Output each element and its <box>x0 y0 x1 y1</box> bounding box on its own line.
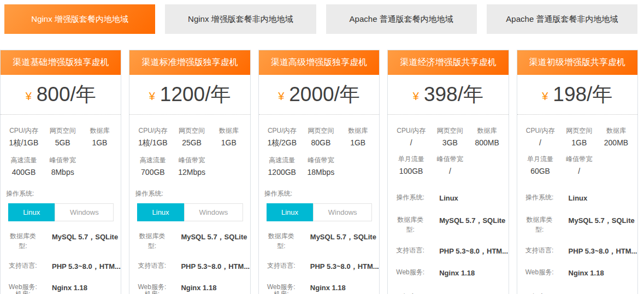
tab-apache-standard-non-mainland[interactable]: Apache 普通版套餐非内地地域 <box>487 4 637 34</box>
row-label: 机房: <box>517 292 562 294</box>
plan-price: ¥ 398 /年 <box>388 75 508 115</box>
plan-card-entry: 渠道初级增强版共享虚机 ¥ 198 /年 CPU/内存 网页空间 数据库 / 1… <box>517 50 638 294</box>
row-value <box>174 289 250 290</box>
plan-card-standard: 渠道标准增强版独享虚机 ¥ 1200 /年 CPU/内存 网页空间 数据库 1核… <box>129 50 250 294</box>
spec-value: 1核/2GB <box>262 137 302 154</box>
currency-symbol: ¥ <box>278 87 284 103</box>
row-label: 机房: <box>259 289 304 294</box>
spec-label: CPU/内存 <box>521 125 560 137</box>
spec-value: 8Mbps <box>44 167 81 183</box>
linux-button[interactable]: Linux <box>267 203 313 221</box>
row-value <box>562 292 637 292</box>
windows-button[interactable]: Windows <box>313 203 372 221</box>
row-label: 支持语言: <box>388 245 433 255</box>
language-row: 支持语言: PHP 5.3~8.0，HTM... <box>517 245 637 257</box>
row-value: Linux <box>562 192 637 204</box>
plan-title: 渠道标准增强版独享虚机 <box>129 50 250 75</box>
os-label: 操作系统: <box>6 189 121 198</box>
spec-value: 1核/1GB <box>4 137 44 154</box>
tab-nginx-enhanced-non-mainland[interactable]: Nginx 增强版套餐非内地地域 <box>165 4 316 34</box>
os-toggle: Linux Windows <box>8 203 114 221</box>
spec-label: 单月流量 <box>521 153 560 166</box>
spec-value: 700GB <box>133 167 173 183</box>
row-label: 机房: <box>1 289 45 294</box>
row-value: MySQL 5.7，SQLite <box>304 231 379 243</box>
spec-value: 25GB <box>173 137 210 154</box>
row-value: MySQL 5.7，SQLite <box>45 231 121 243</box>
row-label: 操作系统: <box>388 192 433 202</box>
plan-price: ¥ 1200 /年 <box>129 75 250 115</box>
price-amount: 800 <box>37 83 70 106</box>
row-value: MySQL 5.7，SQLite <box>562 215 637 226</box>
spec-value: 1GB <box>81 137 117 154</box>
spec-value: 1GB <box>211 137 247 154</box>
datacenter-row: 机房: <box>388 292 508 294</box>
row-value: Nginx 1.18 <box>174 282 250 293</box>
spec-label: 高速流量 <box>133 154 173 167</box>
row-value <box>304 289 379 290</box>
spec-value: 80GB <box>302 137 340 154</box>
spec-label: 单月流量 <box>391 153 431 166</box>
row-label: 机房: <box>388 292 433 294</box>
os-row: 操作系统: Linux <box>388 192 508 204</box>
row-label: 数据库类 型: <box>259 231 304 251</box>
os-label: 操作系统: <box>264 189 379 198</box>
row-value <box>433 292 508 292</box>
spec-label: 数据库 <box>211 125 247 137</box>
os-toggle: Linux Windows <box>137 203 243 221</box>
price-amount: 1200 <box>160 83 205 106</box>
language-row: 支持语言: PHP 5.3~8.0，HTM... <box>259 261 379 272</box>
row-label: 支持语言: <box>517 245 562 255</box>
spec-value: / <box>521 137 560 153</box>
spec-label-empty <box>211 154 247 167</box>
plan-details: 操作系统: Linux Windows 数据库类 型: MySQL 5.7，SQ… <box>1 189 121 294</box>
spec-label: 数据库 <box>469 125 505 137</box>
price-amount: 2000 <box>289 83 334 106</box>
spec-value-empty <box>469 166 505 181</box>
spec-label: 高速流量 <box>4 154 44 167</box>
linux-button[interactable]: Linux <box>8 203 55 221</box>
row-value: MySQL 5.7，SQLite <box>433 215 508 226</box>
spec-grid: CPU/内存 网页空间 数据库 1核/1GB 5GB 1GB 高速流量 峰值带宽… <box>1 115 121 184</box>
plan-cards: 渠道基础增强版独享虚机 ¥ 800 /年 CPU/内存 网页空间 数据库 1核/… <box>0 50 638 294</box>
spec-grid: CPU/内存 网页空间 数据库 1核/1GB 25GB 1GB 高速流量 峰值带… <box>129 115 250 184</box>
spec-value: 5GB <box>44 137 81 154</box>
row-label: 数据库类 型: <box>1 231 45 251</box>
row-label: 支持语言: <box>1 261 45 271</box>
spec-label-empty <box>598 153 634 166</box>
spec-value-empty <box>211 167 247 183</box>
price-unit: /年 <box>334 81 360 108</box>
price-amount: 398 <box>424 83 458 106</box>
spec-label: 网页空间 <box>173 125 210 137</box>
spec-label: 峰值带宽 <box>44 154 81 167</box>
spec-label: 网页空间 <box>431 125 469 137</box>
plan-price: ¥ 800 /年 <box>1 75 121 115</box>
currency-symbol: ¥ <box>26 87 32 103</box>
spec-value: 200MB <box>598 137 634 153</box>
os-toggle: Linux Windows <box>267 203 372 221</box>
os-row: 操作系统: Linux <box>517 192 637 204</box>
spec-label-empty <box>469 153 505 166</box>
spec-label: CPU/内存 <box>4 125 44 137</box>
row-value: MySQL 5.7，SQLite <box>174 231 250 243</box>
plan-card-basic: 渠道基础增强版独享虚机 ¥ 800 /年 CPU/内存 网页空间 数据库 1核/… <box>0 50 121 294</box>
linux-button[interactable]: Linux <box>137 203 184 221</box>
tab-apache-standard-mainland[interactable]: Apache 普通版套餐内地地域 <box>326 4 477 34</box>
row-label: 数据库类 型: <box>517 215 562 234</box>
plan-title: 渠道基础增强版独享虚机 <box>1 50 121 75</box>
spec-value: 800MB <box>469 137 505 153</box>
language-row: 支持语言: PHP 5.3~8.0，HTM... <box>1 261 121 272</box>
spec-value: 400GB <box>4 167 44 183</box>
spec-label: CPU/内存 <box>262 125 302 137</box>
spec-value: 60GB <box>521 166 560 181</box>
windows-button[interactable]: Windows <box>184 203 243 221</box>
spec-label: 网页空间 <box>302 125 340 137</box>
windows-button[interactable]: Windows <box>55 203 114 221</box>
currency-symbol: ¥ <box>542 87 548 103</box>
spec-value: 1核/1GB <box>133 137 173 154</box>
web-service-row: Web服务: Nginx 1.18 <box>388 267 508 279</box>
row-value: PHP 5.3~8.0，HTM... <box>174 261 250 272</box>
spec-value: 18Mbps <box>302 167 340 183</box>
spec-value-empty <box>81 167 117 183</box>
tab-nginx-enhanced-mainland[interactable]: Nginx 增强版套餐内地地域 <box>4 4 155 34</box>
